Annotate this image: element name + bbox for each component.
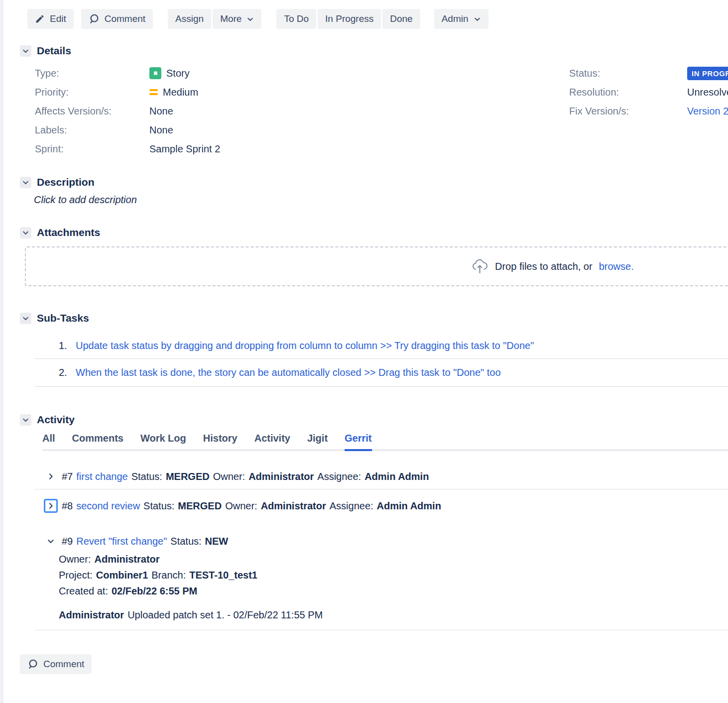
chevron-down-icon bbox=[246, 15, 254, 23]
subtask-number: 2. bbox=[59, 367, 76, 378]
tab-activity[interactable]: Activity bbox=[254, 433, 290, 451]
tab-history[interactable]: History bbox=[203, 433, 238, 451]
tab-comments[interactable]: Comments bbox=[72, 433, 123, 451]
workflow-group: To Do In Progress Done bbox=[276, 9, 420, 29]
done-button[interactable]: Done bbox=[382, 9, 420, 29]
comment-button-label: Comment bbox=[105, 13, 145, 24]
gerrit-assignee-value: Admin Admin bbox=[377, 500, 441, 512]
gerrit-patchset-line: Administrator Uploaded patch set 1. - 02… bbox=[59, 607, 728, 623]
gerrit-created-label: Created at: bbox=[59, 583, 108, 599]
status-label: Status: bbox=[569, 68, 687, 79]
affects-version-value: None bbox=[149, 106, 173, 117]
tab-work-log[interactable]: Work Log bbox=[140, 433, 186, 451]
tab-jigit[interactable]: Jigit bbox=[307, 433, 328, 451]
assign-button-label: Assign bbox=[175, 13, 204, 24]
tab-gerrit[interactable]: Gerrit bbox=[345, 433, 371, 451]
chevron-right-icon[interactable] bbox=[44, 469, 58, 483]
chevron-right-icon[interactable] bbox=[44, 499, 58, 513]
collapse-attachments-button[interactable] bbox=[20, 227, 31, 238]
assign-button[interactable]: Assign bbox=[168, 9, 211, 29]
gerrit-owner-label: Owner: bbox=[225, 500, 257, 512]
sprint-row: Sprint: Sample Sprint 2 bbox=[0, 139, 728, 158]
gerrit-change-link[interactable]: Revert "first change" bbox=[76, 536, 167, 547]
chevron-down-icon[interactable] bbox=[44, 534, 58, 548]
comment-bubble-icon bbox=[89, 13, 100, 24]
issue-toolbar: Edit Comment Assign More To Do bbox=[27, 9, 728, 29]
comment-button[interactable]: Comment bbox=[81, 9, 153, 29]
gerrit-change-number: #7 bbox=[62, 471, 73, 482]
attachments-header: Attachments bbox=[20, 227, 728, 238]
attachments-title: Attachments bbox=[37, 227, 100, 238]
gerrit-owner-value: Administrator bbox=[94, 551, 159, 567]
browse-link[interactable]: browse. bbox=[599, 261, 634, 272]
collapse-details-button[interactable] bbox=[20, 45, 31, 57]
gerrit-row-8: #8 second review Status: MERGED Owner: A… bbox=[44, 489, 728, 522]
gerrit-branch-label: Branch: bbox=[151, 567, 186, 583]
description-placeholder[interactable]: Click to add description bbox=[34, 194, 728, 206]
resolution-label: Resolution: bbox=[569, 87, 687, 98]
gerrit-change-link[interactable]: first change bbox=[76, 471, 127, 482]
attachment-dropzone[interactable]: Drop files to attach, or browse. bbox=[25, 246, 728, 286]
todo-button-label: To Do bbox=[284, 13, 309, 24]
story-type-icon bbox=[149, 67, 161, 79]
gerrit-project-label: Project: bbox=[59, 567, 93, 583]
collapse-subtasks-button[interactable] bbox=[20, 313, 31, 324]
gerrit-owner-label: Owner: bbox=[213, 471, 245, 482]
comment-bubble-icon bbox=[27, 659, 38, 670]
more-button-label: More bbox=[220, 13, 242, 24]
gerrit-status-label: Status: bbox=[143, 500, 174, 512]
priority-label: Priority: bbox=[35, 87, 149, 98]
gerrit-created-value: 02/Feb/22 6:55 PM bbox=[112, 583, 197, 599]
gerrit-owner-line: Owner: Administrator bbox=[59, 551, 728, 567]
gerrit-assignee-label: Assignee: bbox=[330, 500, 373, 512]
collapse-description-button[interactable] bbox=[20, 177, 31, 188]
gerrit-owner-value: Administrator bbox=[248, 471, 314, 482]
drop-files-text: Drop files to attach, or bbox=[495, 261, 593, 272]
gerrit-status-value: MERGED bbox=[178, 500, 222, 512]
in-progress-button-label: In Progress bbox=[325, 13, 373, 24]
comment-footer-button[interactable]: Comment bbox=[20, 654, 92, 674]
gerrit-owner-label: Owner: bbox=[59, 551, 91, 567]
in-progress-button[interactable]: In Progress bbox=[318, 9, 381, 29]
details-grid: Type: Story Priority: Medium Affects Ver… bbox=[0, 64, 728, 158]
attachments-section: Attachments Drop files to attach, or bro… bbox=[0, 227, 728, 286]
labels-label: Labels: bbox=[35, 124, 149, 136]
admin-button[interactable]: Admin bbox=[434, 9, 488, 29]
gerrit-patchset-text: Uploaded patch set 1. - 02/Feb/22 11:55 … bbox=[127, 607, 323, 623]
description-title: Description bbox=[37, 176, 95, 188]
todo-button[interactable]: To Do bbox=[276, 9, 316, 29]
details-title: Details bbox=[37, 45, 71, 57]
type-value: Story bbox=[166, 68, 190, 79]
subtask-link[interactable]: Update task status by dragging and dropp… bbox=[76, 340, 534, 352]
gerrit-change-link[interactable]: second review bbox=[76, 500, 140, 512]
more-button[interactable]: More bbox=[213, 9, 261, 29]
edit-button[interactable]: Edit bbox=[27, 9, 74, 29]
gerrit-status-value: MERGED bbox=[166, 471, 210, 482]
subtasks-header: Sub-Tasks bbox=[20, 312, 728, 324]
gerrit-patchset-author: Administrator bbox=[59, 607, 124, 623]
subtasks-title: Sub-Tasks bbox=[37, 312, 89, 324]
assign-group: Assign More bbox=[168, 9, 261, 29]
gerrit-status-label: Status: bbox=[170, 536, 201, 547]
admin-button-label: Admin bbox=[442, 13, 469, 24]
fix-version-label: Fix Version/s: bbox=[569, 106, 687, 117]
status-badge: IN PROGRESS bbox=[687, 67, 728, 80]
gerrit-assignee-label: Assignee: bbox=[317, 471, 361, 482]
tab-all[interactable]: All bbox=[42, 433, 55, 451]
gerrit-status-label: Status: bbox=[131, 471, 162, 482]
done-button-label: Done bbox=[390, 13, 412, 24]
activity-title: Activity bbox=[37, 414, 75, 426]
gerrit-change-number: #8 bbox=[62, 500, 73, 512]
description-section: Description Click to add description bbox=[0, 176, 728, 206]
subtask-link[interactable]: When the last task is done, the story ca… bbox=[76, 367, 501, 378]
priority-value: Medium bbox=[163, 87, 198, 98]
collapse-activity-button[interactable] bbox=[20, 414, 31, 426]
activity-header: Activity bbox=[20, 414, 728, 426]
chevron-down-icon bbox=[474, 15, 481, 23]
gerrit-owner-value: Administrator bbox=[261, 500, 326, 512]
description-header: Description bbox=[20, 176, 728, 188]
gerrit-project-line: Project: Combiner1 Branch: TEST-10_test1 bbox=[59, 567, 728, 583]
sprint-value: Sample Sprint 2 bbox=[149, 143, 220, 155]
activity-tabs: All Comments Work Log History Activity J… bbox=[42, 433, 728, 451]
fix-version-link[interactable]: Version 2 bbox=[687, 106, 728, 117]
